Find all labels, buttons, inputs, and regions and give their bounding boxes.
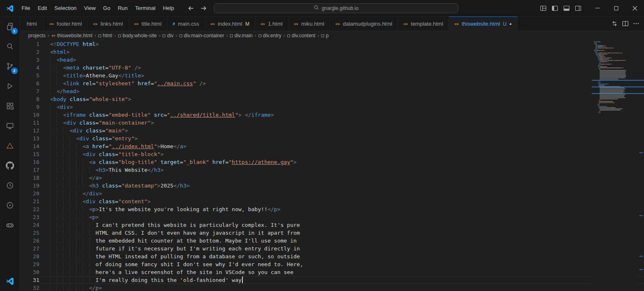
code-line[interactable]: 24 I can't pretend this website is parti… [20,221,644,229]
tab-links.html[interactable]: <>links.html [88,17,129,31]
line-number[interactable]: 11 [20,119,39,127]
line-number[interactable]: 23 [20,213,39,221]
line-number[interactable]: 1 [20,40,39,48]
menu-item-go[interactable]: Go [99,3,114,14]
command-center[interactable]: gnargle.github.io [214,3,458,13]
toggle-panel-icon[interactable] [561,3,572,14]
line-number[interactable]: 8 [20,95,39,103]
more-actions-icon[interactable] [631,18,642,29]
menu-item-edit[interactable]: Edit [34,3,51,14]
line-number[interactable]: 4 [20,64,39,72]
line-number[interactable]: 20 [20,190,39,197]
breadcrumb-item-projects[interactable]: projects [28,33,46,38]
forward-arrow-icon[interactable] [198,3,209,14]
code-line[interactable]: 14 <a href="../index.html">Home</a> [20,142,644,150]
breadcrumb-item-div.main-container[interactable]: div.main-container [179,33,224,38]
line-number[interactable]: 30 [20,268,39,276]
tab-1.html[interactable]: <>1.html [255,17,288,31]
activity-remote-explorer-button[interactable] [0,116,20,136]
tab-title.html[interactable]: <>title.html [129,17,167,31]
customize-layout-icon[interactable] [537,3,549,14]
line-number[interactable]: 9 [20,103,39,111]
line-number[interactable]: 16 [20,158,39,166]
code-line[interactable]: 25 HTML and CSS. I don't even have any j… [20,229,644,237]
code-line[interactable]: 17 <h3>This Website</h3> [20,166,644,174]
code-line[interactable]: 15 <div class="title-block"> [20,150,644,158]
activity-run-debug-button[interactable] [0,76,20,96]
toggle-sidebar-icon[interactable] [549,3,561,14]
tab-dalamudplugins.html[interactable]: <>dalamudplugins.html [330,17,398,31]
back-arrow-icon[interactable] [186,3,196,14]
code-line[interactable]: 3 <head> [20,56,644,64]
breadcrumb-item-thiswebsite.html[interactable]: <>thiswebsite.html [51,33,92,38]
breadcrumb-item-p[interactable]: p [321,33,329,38]
activity-live-share-button[interactable] [0,195,20,215]
line-number[interactable]: 26 [20,237,39,245]
code-line[interactable]: 8<body class="whole-site"> [20,95,644,103]
tab-html[interactable]: html [20,17,44,31]
code-line[interactable]: 10 <iframe class="embed-title" src="../s… [20,111,644,119]
code-line[interactable]: 16 <a class="blog-title" target="_blank"… [20,158,644,166]
activity-extensions-button[interactable] [0,96,20,116]
line-number[interactable]: 7 [20,87,39,95]
activity-triangle-extension-button[interactable] [0,136,20,156]
tab-miku.html[interactable]: <>miku.html [288,17,330,31]
line-number[interactable]: 19 [20,182,39,190]
line-number[interactable]: 6 [20,79,39,87]
code-line[interactable]: 32 </p> [20,284,644,291]
breadcrumb-item-div.entry[interactable]: div.entry [259,33,281,38]
overview-ruler[interactable] [638,40,644,291]
line-number[interactable]: 28 [20,253,39,260]
line-number[interactable]: 14 [20,142,39,150]
line-number[interactable]: 15 [20,150,39,158]
tab-footer.html[interactable]: <>footer.html [44,17,88,31]
line-number[interactable]: 13 [20,135,39,142]
line-number[interactable]: 18 [20,174,39,182]
code-line[interactable]: 1<!DOCTYPE html> [20,40,644,48]
code-line[interactable]: 27 future if it's necessary but I'm writ… [20,245,644,253]
maximize-button[interactable] [607,0,625,17]
close-button[interactable] [625,0,644,17]
code-line[interactable]: 4 <meta charset="UTF-8" /> [20,64,644,72]
code-line[interactable]: 31 I'm really doing this the 'old-fashio… [20,276,644,284]
code-line[interactable]: 11 <div class="main-container"> [20,119,644,127]
line-number[interactable]: 25 [20,229,39,237]
code-line[interactable]: 28 the HTML instead of pulling from a da… [20,253,644,260]
code-line[interactable]: 22 <p>It's the website you're looking at… [20,205,644,213]
open-changes-icon[interactable] [609,18,620,29]
tab-main.css[interactable]: #main.css [167,17,205,31]
line-number[interactable]: 29 [20,260,39,268]
breadcrumb-item-div[interactable]: div [162,33,173,38]
line-number[interactable]: 24 [20,221,39,229]
line-number[interactable]: 2 [20,48,39,56]
code-line[interactable]: 12 <div class="main"> [20,127,644,135]
minimize-button[interactable] [588,0,607,17]
activity-github-button[interactable] [0,156,20,176]
code-line[interactable]: 23 <p> [20,213,644,221]
code-line[interactable]: 29 of doing some fancy shit I don't see … [20,260,644,268]
activity-explorer-button[interactable]: 1 [0,17,20,36]
line-number[interactable]: 17 [20,166,39,174]
menu-item-run[interactable]: Run [114,3,131,14]
line-number[interactable]: 12 [20,127,39,135]
breadcrumb-item-body.whole-site[interactable]: body.whole-site [118,33,157,38]
activity-search-button[interactable] [0,36,20,56]
line-number[interactable]: 10 [20,111,39,119]
activity-gamepad-extension-button[interactable] [0,215,20,235]
line-number[interactable]: 31 [20,276,39,284]
code-line[interactable]: 18 </a> [20,174,644,182]
menu-item-file[interactable]: File [18,3,34,14]
activity-bottom-logo-button[interactable] [0,271,20,291]
toggle-secondary-sidebar-icon[interactable] [572,3,584,14]
menu-item-help[interactable]: Help [159,3,178,14]
breadcrumb-item-html[interactable]: html [98,33,112,38]
code-line[interactable]: 2<html> [20,48,644,56]
tab-thiswebsite.html[interactable]: <>thiswebsite.htmlU● [449,17,517,31]
code-editor[interactable]: 1<!DOCTYPE html>2<html>3 <head>4 <meta c… [20,40,644,291]
code-line[interactable]: 30 here's a live screenshot of the site … [20,268,644,276]
code-line[interactable]: 7 </head> [20,87,644,95]
line-number[interactable]: 21 [20,197,39,205]
menu-item-selection[interactable]: Selection [51,3,80,14]
code-line[interactable]: 20 </div> [20,190,644,197]
line-number[interactable]: 27 [20,245,39,253]
